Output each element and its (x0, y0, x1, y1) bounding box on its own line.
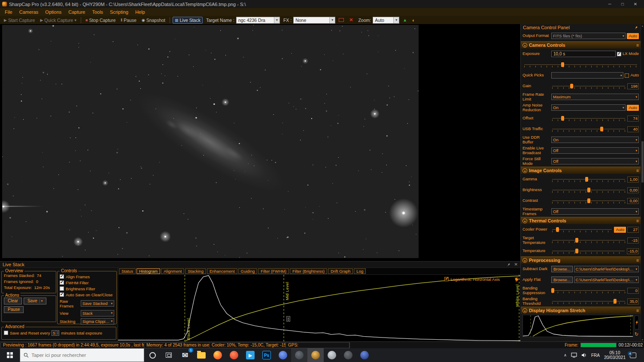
tab-log[interactable]: Log (354, 268, 366, 274)
tab-filter-brightness[interactable]: Filter (Brightness) (290, 268, 327, 274)
tab-drift-graph[interactable]: Drift Graph (328, 268, 353, 274)
align-frames-checkbox[interactable] (60, 274, 64, 279)
zoom-select[interactable]: Auto ▼ (373, 17, 399, 24)
action-center-icon[interactable]: 4 (630, 353, 636, 358)
section-menu-icon[interactable]: ≡ (636, 308, 639, 313)
scrollbar[interactable]: ▲ ▼ (641, 24, 644, 341)
slider-thumb[interactable] (587, 188, 590, 192)
image-histogram-button[interactable]: ▲ (401, 17, 409, 23)
collapse-icon[interactable]: ▴ (522, 258, 527, 263)
collapse-icon[interactable]: ▴ (522, 308, 527, 313)
reticle-button[interactable]: ✕ (347, 17, 355, 23)
auto-button[interactable]: Auto (614, 227, 626, 233)
section-header-camera-controls[interactable]: ▴Camera Controls≡ (521, 41, 641, 49)
menu-help[interactable]: Help (132, 9, 149, 15)
menu-file[interactable]: File (1, 9, 16, 15)
taskbar-app-firefox[interactable] (210, 348, 226, 362)
close-button[interactable]: ✕ (629, 0, 642, 8)
cortana-button[interactable] (144, 348, 161, 362)
slider-thumb[interactable] (585, 177, 588, 182)
auto-stretch-icon[interactable] (635, 316, 639, 329)
collapse-icon[interactable]: ▴ (522, 43, 527, 48)
taskbar-app-media-app[interactable]: ▶ (242, 348, 258, 362)
contrast-slider[interactable] (551, 198, 626, 204)
menu-capture[interactable]: Capture (65, 9, 88, 15)
taskbar-app-gray-sphere-app[interactable] (324, 348, 340, 362)
tab-status[interactable]: Status (119, 268, 136, 274)
target-temperature-value[interactable]: -15 (627, 237, 639, 243)
banding-threshold-slider[interactable] (551, 298, 626, 304)
banding-suppression-value[interactable]: 0 (627, 288, 639, 294)
gamma-value[interactable]: 1,00 (627, 176, 639, 183)
temperature-value[interactable]: -15,0 (627, 248, 639, 254)
scrollbar-thumb[interactable] (641, 141, 644, 183)
section-menu-icon[interactable]: ≡ (636, 43, 639, 48)
gamma-slider[interactable] (551, 176, 626, 183)
maximize-button[interactable]: □ (616, 0, 629, 8)
auto-stretch-icon[interactable] (514, 277, 519, 283)
slider-thumb[interactable] (556, 227, 559, 232)
hidden-icons-chevron[interactable]: ∧ (564, 353, 567, 357)
tab-filter-fwhm[interactable]: Filter (FWHM) (258, 268, 289, 274)
taskbar-app-opera[interactable] (226, 348, 242, 362)
menu-cameras[interactable]: Cameras (16, 9, 42, 15)
raw-frames-select[interactable]: Save Stacked▾ (81, 300, 114, 307)
usb-traffic-slider[interactable] (551, 126, 626, 132)
quick-capture-button[interactable]: ▶ Quick Capture ▾ (38, 17, 78, 23)
roi-button[interactable] (337, 18, 346, 22)
cooler-power-value[interactable]: 27 (627, 227, 639, 233)
section-menu-icon[interactable]: ≡ (636, 168, 639, 173)
use-ddr-buffer-select[interactable]: On▾ (551, 137, 639, 143)
pause-button[interactable]: ‖ Pause (119, 17, 138, 23)
target-temperature-slider[interactable] (551, 237, 626, 243)
subtract-dark-path-select[interactable]: C:\Users\SharkFleet\Desktop\dark...▾ (574, 266, 639, 272)
taskbar-app-planetarium-app[interactable] (356, 348, 373, 362)
banding-threshold-value[interactable]: 35,0 (627, 298, 639, 304)
fwhm-filter-checkbox[interactable] (60, 280, 64, 285)
gain-value[interactable]: 198 (627, 83, 639, 89)
frame-rate-limit-select[interactable]: Maximum▾ (551, 94, 639, 100)
minutes-spinner[interactable]: 5▲▼ (52, 330, 59, 336)
minimize-button[interactable]: ─ (603, 0, 616, 8)
slider-thumb[interactable] (551, 288, 554, 293)
task-view-button[interactable] (161, 348, 177, 362)
section-header-image-controls[interactable]: ▴Image Controls≡ (521, 167, 641, 174)
tab-stacking[interactable]: Stacking (185, 268, 206, 274)
save-reset-checkbox[interactable] (4, 331, 8, 335)
speaker-icon[interactable] (581, 353, 587, 358)
stretch-histogram-chart[interactable] (522, 315, 633, 337)
slider-thumb[interactable] (614, 299, 617, 304)
camera-image[interactable] (2, 25, 419, 258)
quick-picks-select[interactable]: ▾ (551, 72, 623, 79)
taskbar-app-dark-app[interactable] (340, 348, 356, 362)
taskbar-search[interactable] (20, 348, 144, 362)
checkbox-row-auto-save-on-clear-close[interactable]: Auto Save on Clear/Close (60, 292, 114, 297)
display-icon[interactable] (571, 353, 577, 358)
pin-icon[interactable] (635, 25, 638, 29)
brightness-slider[interactable] (551, 187, 626, 193)
target-name-select[interactable]: ngc 4236 Dra ▼ (236, 17, 280, 24)
section-header-display-histogram-stretch[interactable]: ▴Display Histogram Stretch≡ (521, 307, 641, 314)
auto-checkbox[interactable] (625, 73, 629, 78)
slider-thumb[interactable] (575, 238, 578, 243)
close-panel-icon[interactable]: ✕ (514, 262, 518, 267)
exposure-slider[interactable] (523, 61, 638, 68)
start-capture-button[interactable]: ▶ Start Capture (2, 17, 36, 23)
slider-thumb[interactable] (587, 198, 590, 203)
apply-flat-path-select[interactable]: C:\Users\SharkFleet\Desktop\21_2...▾ (574, 277, 639, 283)
taskbar-app-mail[interactable]: ✉1 (177, 348, 193, 362)
slider-thumb[interactable] (561, 62, 564, 67)
banding-suppression-slider[interactable] (551, 287, 626, 294)
start-button[interactable] (0, 348, 20, 362)
taskbar-app-file-explorer[interactable] (193, 348, 210, 362)
checkbox-row-align-frames[interactable]: Align Frames (60, 274, 114, 279)
apply-flat-browse-button[interactable]: Browse... (551, 277, 573, 283)
checkbox-row-fwhm-filter[interactable]: FWHM Filter (60, 280, 114, 285)
menu-tools[interactable]: Tools (88, 9, 106, 15)
usb-traffic-value[interactable]: 40 (627, 126, 639, 132)
log-axis-toggle[interactable]: Logarithmic Horizontal Axis (444, 277, 500, 282)
taskbar-app-photoshop[interactable]: Ps (258, 348, 275, 362)
auto-button[interactable]: Auto (627, 33, 639, 39)
slider-thumb[interactable] (600, 127, 603, 131)
reset-stretch-icon[interactable]: ↻ (635, 332, 639, 337)
